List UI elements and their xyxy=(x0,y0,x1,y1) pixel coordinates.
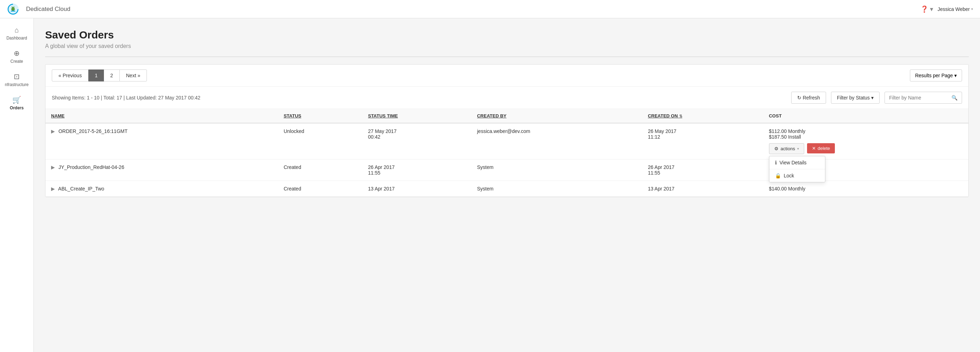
actions-button[interactable]: ⚙ actions ▾ xyxy=(769,143,804,154)
server-icon: ⊡ xyxy=(14,72,20,81)
filter-status-button[interactable]: Filter by Status ▾ xyxy=(831,92,880,104)
pagination-bar: « Previous 1 2 Next » Results per Page ▾ xyxy=(45,64,968,87)
content-box: « Previous 1 2 Next » Results per Page ▾… xyxy=(45,64,969,197)
col-status-time[interactable]: STATUS TIME xyxy=(363,109,472,123)
delete-button[interactable]: ✕ delete xyxy=(807,143,835,154)
sort-icon: ⇅ xyxy=(679,114,682,118)
status-bar: Showing Items: 1 - 10 | Total: 17 | Last… xyxy=(45,87,968,109)
row-created-on: 26 Apr 201711:55 xyxy=(642,159,764,181)
orders-table: NAME STATUS STATUS TIME CREATED BY CREAT… xyxy=(45,109,968,197)
table-header: NAME STATUS STATUS TIME CREATED BY CREAT… xyxy=(45,109,968,123)
row-status: Unlocked xyxy=(278,123,363,159)
page-2-button[interactable]: 2 xyxy=(104,69,119,82)
svg-point-1 xyxy=(11,7,15,11)
sidebar-item-label: Create xyxy=(10,59,23,64)
sidebar-item-infrastructure[interactable]: ⊡ nfrastructure xyxy=(0,68,33,91)
dropdown-item-view-details[interactable]: ℹ View Details xyxy=(769,156,825,169)
user-name: Jessica Weber xyxy=(937,6,970,12)
view-details-label: View Details xyxy=(780,160,807,165)
col-status[interactable]: STATUS xyxy=(278,109,363,123)
dropdown-item-lock[interactable]: 🔒 Lock xyxy=(769,169,825,182)
sidebar-item-orders[interactable]: 🛒 Orders xyxy=(0,91,33,115)
row-name: ▶ ORDER_2017-5-26_16:11GMT xyxy=(45,123,278,159)
row-created-by: System xyxy=(471,159,642,181)
x-icon: ✕ xyxy=(812,146,816,151)
row-created-on: 26 May 201711:12 xyxy=(642,123,764,159)
actions-area: ⚙ actions ▾ ✕ delete xyxy=(769,143,963,154)
sidebar-item-label: Orders xyxy=(10,106,24,110)
row-name: ▶ ABL_Create_IP_Two xyxy=(45,181,278,197)
row-status-time: 26 Apr 201711:55 xyxy=(363,159,472,181)
topnav-right: ❓ ▾ Jessica Weber ▾ xyxy=(921,5,973,13)
user-chevron-icon: ▾ xyxy=(971,7,973,11)
topnav: Dedicated Cloud ❓ ▾ Jessica Weber ▾ xyxy=(0,0,980,18)
row-status: Created xyxy=(278,181,363,197)
help-icon[interactable]: ❓ ▾ xyxy=(921,5,933,13)
lock-label: Lock xyxy=(784,173,794,178)
table-header-row: NAME STATUS STATUS TIME CREATED BY CREAT… xyxy=(45,109,968,123)
actions-label: actions xyxy=(781,146,795,151)
next-button[interactable]: Next » xyxy=(119,69,147,82)
logo-area: Dedicated Cloud xyxy=(7,3,70,15)
page-title: Saved Orders xyxy=(45,29,969,41)
previous-button[interactable]: « Previous xyxy=(52,69,88,82)
row-status: Created xyxy=(278,159,363,181)
col-created-on[interactable]: CREATED ON ⇅ xyxy=(642,109,764,123)
cart-icon: 🛒 xyxy=(12,96,21,104)
col-cost: COST xyxy=(764,109,968,123)
gear-icon: ⚙ xyxy=(774,146,778,151)
app-name: Dedicated Cloud xyxy=(26,6,70,13)
page-1-button[interactable]: 1 xyxy=(88,69,104,82)
main-content: Saved Orders A global view of your saved… xyxy=(34,18,980,352)
row-cost: $140.00 Monthly xyxy=(764,181,968,197)
row-name: ▶ JY_Production_RedHat-04-26 xyxy=(45,159,278,181)
actions-chevron-icon: ▾ xyxy=(797,147,799,150)
row-created-by: System xyxy=(471,181,642,197)
row-status-time: 13 Apr 2017 xyxy=(363,181,472,197)
sidebar-item-label: Dashboard xyxy=(6,36,27,40)
centurylink-logo xyxy=(7,3,19,15)
lock-icon: 🔒 xyxy=(775,173,781,178)
filter-name-input[interactable] xyxy=(889,95,949,101)
plus-icon: ⊕ xyxy=(14,49,20,58)
actions-dropdown-menu: ℹ View Details 🔒 Lock xyxy=(769,156,826,182)
home-icon: ⌂ xyxy=(14,26,19,34)
pagination-controls: « Previous 1 2 Next » xyxy=(52,69,147,82)
page-header: Saved Orders A global view of your saved… xyxy=(45,29,969,57)
row-created-on: 13 Apr 2017 xyxy=(642,181,764,197)
showing-items-text: Showing Items: 1 - 10 | Total: 17 | Last… xyxy=(52,95,786,101)
table-body: ▶ ORDER_2017-5-26_16:11GMT Unlocked 27 M… xyxy=(45,123,968,197)
page-subtitle: A global view of your saved orders xyxy=(45,43,969,50)
refresh-button[interactable]: ↻ Refresh xyxy=(791,92,826,104)
col-name[interactable]: NAME xyxy=(45,109,278,123)
sidebar-item-create[interactable]: ⊕ Create xyxy=(0,45,33,68)
sidebar-item-dashboard[interactable]: ⌂ Dashboard xyxy=(0,22,33,45)
sidebar: ⌂ Dashboard ⊕ Create ⊡ nfrastructure 🛒 O… xyxy=(0,18,34,352)
pagination-right: Results per Page ▾ xyxy=(910,69,962,82)
row-status-time: 27 May 201700:42 xyxy=(363,123,472,159)
app-layout: ⌂ Dashboard ⊕ Create ⊡ nfrastructure 🛒 O… xyxy=(0,18,980,352)
user-menu[interactable]: Jessica Weber ▾ xyxy=(937,6,973,12)
search-icon: 🔍 xyxy=(951,95,958,101)
col-created-by[interactable]: CREATED BY xyxy=(471,109,642,123)
table-row: ▶ ABL_Create_IP_Two Created 13 Apr 2017 … xyxy=(45,181,968,197)
row-expand-icon[interactable]: ▶ xyxy=(51,128,55,134)
filter-name-input-wrapper[interactable]: 🔍 xyxy=(885,92,962,104)
sidebar-item-label: nfrastructure xyxy=(5,82,29,87)
info-icon: ℹ xyxy=(775,160,777,165)
results-per-page-button[interactable]: Results per Page ▾ xyxy=(910,69,962,82)
delete-label: delete xyxy=(818,146,830,151)
table-row: ▶ ORDER_2017-5-26_16:11GMT Unlocked 27 M… xyxy=(45,123,968,159)
row-expand-icon[interactable]: ▶ xyxy=(51,186,55,192)
row-created-by: jessica.weber@dev.com xyxy=(471,123,642,159)
row-cost: $112.00 Monthly$187.50 Install ⚙ actions… xyxy=(764,123,968,159)
row-expand-icon[interactable]: ▶ xyxy=(51,164,55,170)
table-row: ▶ JY_Production_RedHat-04-26 Created 26 … xyxy=(45,159,968,181)
